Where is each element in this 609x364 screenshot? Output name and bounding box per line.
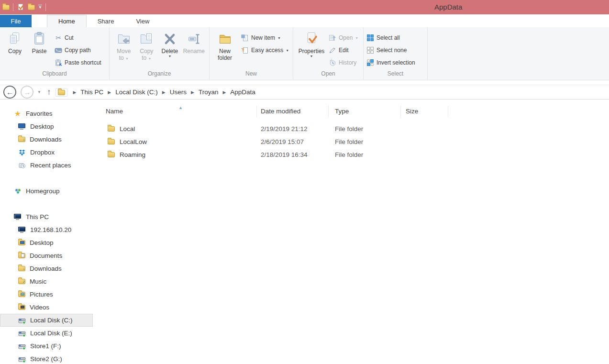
breadcrumb-arrow-icon: ▶: [158, 90, 170, 95]
music-folder-icon: ♪: [18, 279, 25, 284]
address-bar[interactable]: ▶ This PC ▶ Local Disk (C:) ▶ Users ▶ Tr…: [55, 85, 609, 99]
sidebar-item-store2-g[interactable]: Store2 (G:): [0, 353, 93, 364]
new-item-button[interactable]: New item ▼: [241, 32, 289, 44]
breadcrumb-appdata[interactable]: AppData: [230, 88, 255, 96]
tab-share[interactable]: Share: [87, 15, 125, 27]
sidebar-item-videos[interactable]: Videos: [0, 301, 93, 314]
select-none-label: Select none: [376, 47, 407, 54]
properties-label: Properties: [299, 48, 325, 55]
breadcrumb-users[interactable]: Users: [170, 88, 187, 96]
rename-icon: [186, 31, 201, 46]
open-button[interactable]: Open ▼: [329, 32, 358, 44]
new-folder-icon: [217, 31, 233, 46]
dropbox-icon: [18, 149, 26, 156]
recent-locations-caret-icon[interactable]: ▼: [33, 90, 45, 94]
local-disk-c-label: Local Disk (C:): [30, 317, 73, 324]
copy-to-button[interactable]: Copy to ▼: [135, 29, 158, 61]
easy-access-icon: [241, 46, 249, 54]
sidebar-item-recent-places[interactable]: Recent places: [0, 159, 93, 172]
copy-to-icon: [139, 31, 154, 46]
easy-access-button[interactable]: Easy access ▼: [241, 44, 289, 56]
file-row-locallow[interactable]: LocalLow 2/6/2019 15:07 File folder: [105, 135, 609, 148]
delete-button[interactable]: Delete ▼: [158, 29, 181, 58]
ribbon-group-select: Select all Select none Invert selection …: [364, 27, 428, 80]
paste-button[interactable]: Paste: [27, 29, 52, 55]
file-name: LocalLow: [120, 138, 147, 145]
breadcrumb-arrow-icon: ▶: [187, 90, 199, 95]
sidebar-item-downloads[interactable]: ↓ Downloads: [0, 262, 93, 275]
back-button[interactable]: ←: [3, 86, 16, 99]
column-header-date-modified[interactable]: Date modified: [257, 106, 329, 117]
folder-icon: [108, 126, 115, 132]
copy-path-button[interactable]: Copy path: [55, 44, 101, 56]
file-date: 2/19/2019 21:12: [257, 125, 329, 132]
sidebar-item-downloads-favorite[interactable]: ↓ Downloads: [0, 133, 93, 146]
column-header-size[interactable]: Size: [401, 106, 448, 117]
sidebar-item-music[interactable]: ♪ Music: [0, 275, 93, 288]
sidebar-item-homegroup[interactable]: Homegroup: [0, 185, 93, 198]
delete-caret-icon: ▼: [168, 55, 171, 58]
move-to-button[interactable]: Move to ▼: [112, 29, 135, 61]
tab-home[interactable]: Home: [47, 15, 87, 27]
sidebar-item-pictures[interactable]: Pictures: [0, 288, 93, 301]
sidebar-item-local-disk-e[interactable]: Local Disk (E:): [0, 327, 93, 340]
forward-button[interactable]: →: [21, 86, 33, 99]
select-group-label: Select: [364, 69, 427, 80]
breadcrumb-this-pc[interactable]: This PC: [80, 88, 103, 96]
toolbar-separator: [45, 3, 46, 11]
breadcrumb-local-disk-c[interactable]: Local Disk (C:): [115, 88, 158, 96]
sidebar-item-this-pc[interactable]: This PC: [0, 210, 93, 223]
sidebar-item-documents[interactable]: Documents: [0, 249, 93, 262]
column-header-name[interactable]: ▲ Name: [105, 106, 257, 117]
sidebar-item-favorites[interactable]: ★ Favorites: [0, 107, 93, 120]
ribbon: Copy Paste ✂ Cut Copy path: [0, 27, 609, 80]
date-header-label: Date modified: [261, 108, 300, 115]
tab-file[interactable]: File: [0, 15, 32, 27]
invert-selection-button[interactable]: Invert selection: [366, 56, 415, 69]
sidebar-item-store1-f[interactable]: Store1 (F:): [0, 340, 93, 353]
ribbon-group-open: Properties ▼ Open ▼ Edit: [293, 27, 364, 80]
rename-button[interactable]: Rename: [182, 29, 206, 55]
up-button[interactable]: ↑: [45, 88, 56, 97]
breadcrumb-arrow-icon: ▶: [218, 90, 230, 95]
cut-button[interactable]: ✂ Cut: [55, 32, 101, 44]
paste-shortcut-button[interactable]: Paste shortcut: [55, 56, 101, 69]
select-all-icon: [366, 34, 374, 42]
file-list-pane: ▲ Name Date modified Type Size Local 2/1…: [93, 99, 609, 364]
sidebar-item-dropbox[interactable]: Dropbox: [0, 146, 93, 159]
properties-icon: [304, 31, 319, 46]
select-none-button[interactable]: Select none: [366, 44, 415, 56]
sidebar-gap: [0, 198, 93, 210]
properties-button[interactable]: Properties ▼: [296, 29, 327, 58]
drive-icon: [18, 330, 26, 337]
breadcrumb-arrow-icon: ▶: [68, 90, 80, 95]
select-all-button[interactable]: Select all: [366, 32, 415, 44]
edit-label: Edit: [339, 47, 349, 54]
sidebar-item-desktop[interactable]: Desktop: [0, 236, 93, 249]
breadcrumb-troyan[interactable]: Troyan: [199, 88, 219, 96]
navigation-pane: ★ Favorites Desktop ↓ Downloads Dropbox …: [0, 99, 93, 364]
file-row-local[interactable]: Local 2/19/2019 21:12 File folder: [105, 122, 609, 135]
address-folder-icon: [55, 88, 67, 97]
properties-icon[interactable]: [17, 3, 24, 11]
edit-button[interactable]: Edit: [329, 44, 358, 56]
homegroup-label: Homegroup: [26, 188, 60, 195]
sidebar-item-local-disk-c[interactable]: Local Disk (C:): [0, 314, 93, 327]
sidebar-item-network-computer[interactable]: 192.168.10.20: [0, 223, 93, 236]
documents-folder-icon: [18, 253, 25, 258]
easy-access-label: Easy access: [251, 47, 283, 54]
file-row-roaming[interactable]: Roaming 2/18/2019 16:34 File folder: [105, 148, 609, 161]
new-folder-button[interactable]: New folder: [212, 29, 237, 61]
copy-button[interactable]: Copy: [3, 29, 27, 55]
history-button[interactable]: History: [329, 56, 358, 69]
history-icon: [329, 59, 336, 66]
column-header-type[interactable]: Type: [329, 106, 401, 117]
new-folder-qat-icon[interactable]: [28, 5, 35, 10]
this-pc-icon: [14, 214, 22, 220]
customize-quick-access-arrow-icon[interactable]: ▼: [38, 5, 42, 10]
tab-view[interactable]: View: [125, 15, 160, 27]
open-icon: [329, 34, 336, 42]
address-bar-row: ← → ▼ ↑ ▶ This PC ▶ Local Disk (C:) ▶ Us…: [0, 85, 609, 99]
sidebar-item-desktop-favorite[interactable]: Desktop: [0, 120, 93, 133]
drive-icon: [18, 342, 26, 350]
